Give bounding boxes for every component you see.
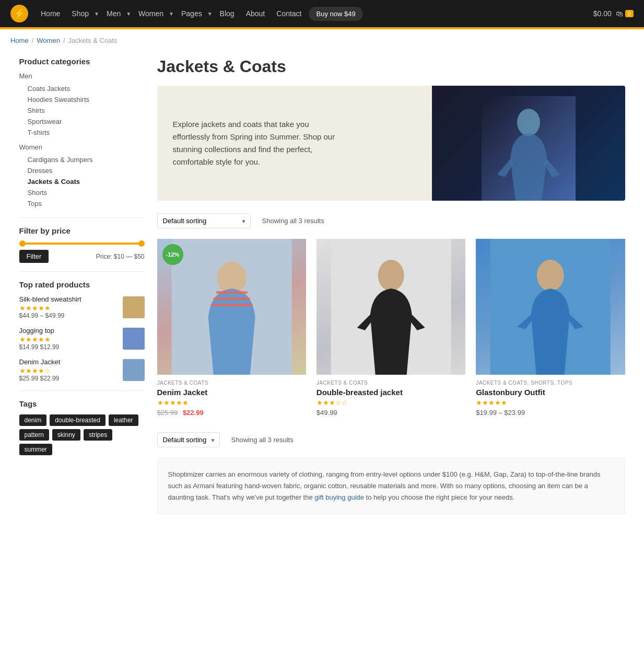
top-rated-title: Top rated products xyxy=(19,280,145,289)
product-img-placeholder-2 xyxy=(476,239,625,375)
sidebar-item-shorts[interactable]: Shorts xyxy=(19,187,145,198)
hero-text-panel: Explore jackets and coats that take you … xyxy=(157,86,432,201)
rated-name-1: Jogging top xyxy=(19,327,118,334)
nav-shop[interactable]: Shop xyxy=(67,9,93,18)
sort-select-bottom[interactable]: Default sorting xyxy=(157,432,220,447)
rated-item-1[interactable]: Jogging top ★★★★★ $14.99 $12.99 xyxy=(19,327,145,351)
tag-pattern[interactable]: pattern xyxy=(19,429,49,441)
tag-denim[interactable]: denim xyxy=(19,414,47,426)
men-chevron-icon: ▼ xyxy=(126,11,131,17)
product-stars-1: ★★★☆☆ xyxy=(317,399,465,407)
pages-chevron-icon: ▼ xyxy=(207,11,213,17)
nav-blog[interactable]: Blog xyxy=(216,9,239,18)
sort-dropdown-wrap-bottom: Default sorting ▼ xyxy=(157,432,220,447)
product-category-1: JACKETS & COATS xyxy=(317,380,465,386)
cart-icon[interactable]: 🛍 0 xyxy=(616,9,634,18)
svg-point-8 xyxy=(378,260,404,291)
bottom-section: Shoptimizer carries an enormous variety … xyxy=(157,458,625,514)
nav-shop-wrap: Shop ▼ xyxy=(67,9,99,18)
categories-title: Product categories xyxy=(19,57,145,66)
sidebar-divider-3 xyxy=(19,390,145,391)
sort-bar-top: Default sorting Sort by popularity Sort … xyxy=(157,213,625,228)
slider-thumb-min[interactable] xyxy=(19,240,26,247)
tags-section: Tags denim double-breasted leather patte… xyxy=(19,399,145,455)
slider-thumb-max[interactable] xyxy=(138,240,145,247)
sidebar-item-hoodies[interactable]: Hoodies Sweatshirts xyxy=(19,94,145,105)
product-card-0[interactable]: -12% JACKETS & COATS Denim Jacket ★★★★★ … xyxy=(157,239,306,417)
sidebar-item-tshirts[interactable]: T-shirts xyxy=(19,127,145,138)
tags-wrap: denim double-breasted leather pattern sk… xyxy=(19,414,145,455)
top-rated-section: Top rated products Silk-blend sweatshirt… xyxy=(19,280,145,382)
svg-point-1 xyxy=(517,109,540,136)
sidebar-item-jackets-coats[interactable]: Jackets & Coats xyxy=(19,176,145,187)
product-stars-2: ★★★★★ xyxy=(476,399,625,407)
sidebar-divider-1 xyxy=(19,217,145,218)
navbar: ⚡ Home Shop ▼ Men ▼ Women ▼ Pages ▼ Blog… xyxy=(0,0,644,27)
product-category-0: JACKETS & COATS xyxy=(157,380,306,386)
sort-bar-bottom: Default sorting ▼ Showing all 3 results xyxy=(157,432,625,447)
men-group-label: Men xyxy=(19,72,145,80)
rated-price-0: $44.99 – $49.99 xyxy=(19,312,118,319)
breadcrumb-women[interactable]: Women xyxy=(37,37,60,44)
sidebar-item-cardigans[interactable]: Cardigans & Jumpers xyxy=(19,154,145,165)
tag-stripes[interactable]: stripes xyxy=(84,429,112,441)
product-stars-0: ★★★★★ xyxy=(157,399,306,407)
svg-rect-6 xyxy=(210,304,252,306)
filter-button[interactable]: Filter xyxy=(19,250,49,263)
svg-rect-4 xyxy=(216,291,247,294)
rated-info-1: Jogging top ★★★★★ $14.99 $12.99 xyxy=(19,327,118,351)
tag-summer[interactable]: summer xyxy=(19,444,52,455)
product-price-range-2: $19.99 – $23.99 xyxy=(476,409,525,417)
product-price-0: $25.99 $22.99 xyxy=(157,409,306,417)
logo-icon[interactable]: ⚡ xyxy=(10,5,28,22)
hero-image xyxy=(432,86,625,201)
sidebar-divider-2 xyxy=(19,271,145,272)
breadcrumb: Home / Women / Jackets & Coats xyxy=(0,29,644,52)
hero-svg xyxy=(482,96,576,201)
tag-double-breasted[interactable]: double-breasted xyxy=(50,414,106,426)
product-card-2[interactable]: JACKETS & COATS, SHORTS, TOPS Glastonbur… xyxy=(476,239,625,417)
rated-thumb-1 xyxy=(123,328,145,350)
nav-about[interactable]: About xyxy=(242,9,270,18)
buy-now-button[interactable]: Buy now $49 xyxy=(309,7,362,21)
product-price-single-1: $49.99 xyxy=(317,409,337,417)
filter-title: Filter by price xyxy=(19,226,145,235)
sidebar-item-sportswear[interactable]: Sportswear xyxy=(19,116,145,127)
hero-banner: Explore jackets and coats that take you … xyxy=(157,86,625,201)
sort-select[interactable]: Default sorting Sort by popularity Sort … xyxy=(157,213,251,228)
tags-title: Tags xyxy=(19,399,145,408)
breadcrumb-current: Jackets & Coats xyxy=(68,37,118,44)
svg-rect-5 xyxy=(213,297,250,300)
product-card-1[interactable]: JACKETS & COATS Double-breasted jacket ★… xyxy=(317,239,465,417)
sort-dropdown-wrap: Default sorting Sort by popularity Sort … xyxy=(157,213,251,228)
gift-guide-link[interactable]: gift buying guide xyxy=(314,493,364,501)
product-category-2: JACKETS & COATS, SHORTS, TOPS xyxy=(476,380,625,386)
sidebar-item-tops[interactable]: Tops xyxy=(19,198,145,209)
product-price-1: $49.99 xyxy=(317,409,465,417)
nav-men[interactable]: Men xyxy=(102,9,125,18)
nav-contact[interactable]: Contact xyxy=(272,9,306,18)
product-name-1: Double-breasted jacket xyxy=(317,388,465,397)
rated-stars-1: ★★★★★ xyxy=(19,336,118,343)
bottom-description: Shoptimizer carries an enormous variety … xyxy=(168,469,614,503)
cart-count: 0 xyxy=(625,10,634,17)
tag-skinny[interactable]: skinny xyxy=(52,429,80,441)
women-group-label: Women xyxy=(19,143,145,151)
nav-women[interactable]: Women xyxy=(134,9,168,18)
rated-stars-2: ★★★★☆ xyxy=(19,367,118,375)
sidebar-item-shirts[interactable]: Shirts xyxy=(19,105,145,116)
breadcrumb-home[interactable]: Home xyxy=(10,37,29,44)
product-price-2: $19.99 – $23.99 xyxy=(476,409,625,417)
rated-price-2: $25.99 $22.99 xyxy=(19,375,118,382)
price-range-label: Price: $10 — $50 xyxy=(96,253,145,260)
product-svg-1 xyxy=(317,239,465,375)
sidebar-item-coats-jackets-men[interactable]: Coats Jackets xyxy=(19,83,145,94)
rated-item-0[interactable]: Silk-blend sweatshirt ★★★★★ $44.99 – $49… xyxy=(19,295,145,319)
nav-pages[interactable]: Pages xyxy=(177,9,206,18)
rated-item-2[interactable]: Denim Jacket ★★★★☆ $25.99 $22.99 xyxy=(19,358,145,382)
tag-leather[interactable]: leather xyxy=(109,414,138,426)
price-slider-track[interactable] xyxy=(19,243,145,245)
filter-row: Filter Price: $10 — $50 xyxy=(19,250,145,263)
sidebar-item-dresses[interactable]: Dresses xyxy=(19,165,145,176)
nav-home[interactable]: Home xyxy=(37,9,64,18)
